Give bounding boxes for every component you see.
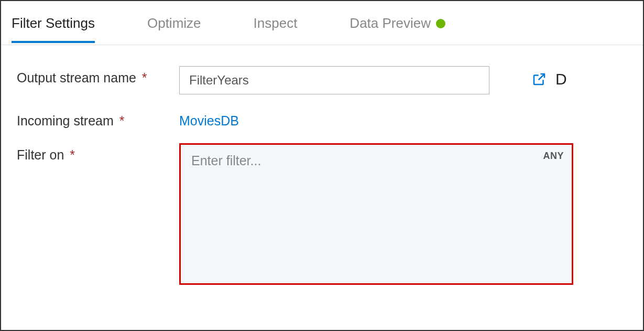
tab-label: Optimize	[147, 15, 201, 31]
label-incoming-stream: Incoming stream *	[17, 109, 179, 129]
required-marker: *	[142, 70, 147, 85]
row-incoming-stream: Incoming stream * MoviesDB	[17, 109, 632, 129]
tab-label: Inspect	[254, 15, 298, 31]
open-external-icon[interactable]	[531, 71, 547, 87]
tab-bar: Filter Settings Optimize Inspect Data Pr…	[1, 1, 643, 45]
cutoff-text: D	[555, 70, 567, 88]
label-output-stream: Output stream name *	[17, 66, 179, 86]
row-output-stream: Output stream name * D	[17, 66, 632, 94]
filter-box-wrap: ANY	[179, 143, 573, 287]
form-area: Output stream name * D Incoming stream *…	[1, 45, 643, 287]
filter-type-badge: ANY	[543, 151, 564, 162]
required-marker: *	[70, 147, 75, 162]
right-actions: D	[531, 66, 567, 88]
output-stream-input[interactable]	[179, 66, 489, 94]
label-text: Filter on	[17, 147, 64, 162]
tab-data-preview[interactable]: Data Preview	[350, 3, 445, 43]
required-marker: *	[119, 113, 125, 128]
filter-expression-input[interactable]	[179, 143, 573, 285]
tab-label: Data Preview	[350, 15, 431, 31]
tab-optimize[interactable]: Optimize	[147, 3, 201, 43]
label-text: Incoming stream	[17, 113, 114, 128]
tab-filter-settings[interactable]: Filter Settings	[12, 3, 95, 43]
label-text: Output stream name	[17, 70, 136, 85]
row-filter-on: Filter on * ANY	[17, 143, 632, 287]
tab-label: Filter Settings	[12, 15, 95, 31]
incoming-stream-link[interactable]: MoviesDB	[179, 109, 239, 129]
status-dot-icon	[436, 19, 445, 28]
tab-inspect[interactable]: Inspect	[254, 3, 298, 43]
label-filter-on: Filter on *	[17, 143, 179, 163]
